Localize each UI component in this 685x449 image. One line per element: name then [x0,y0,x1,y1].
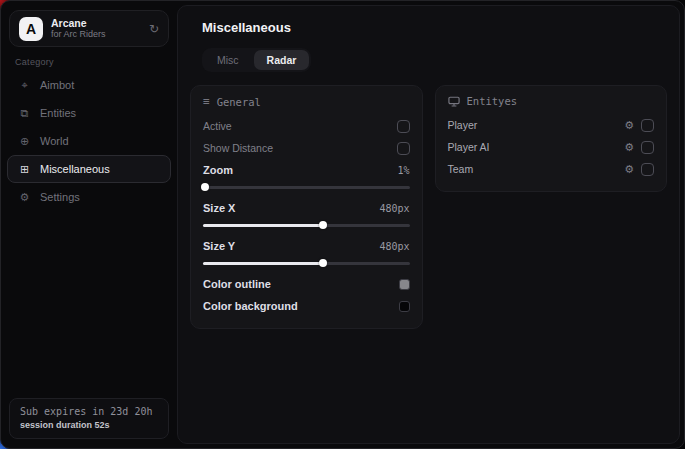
zoom-label: Zoom [203,164,233,176]
zoom-value: 1% [397,165,409,176]
gear-icon: ⚙ [18,191,31,204]
player-ai-row: Player AI ⚙ [448,136,655,158]
team-checkbox[interactable] [641,163,654,176]
sub-expiry-text: Sub expires in 23d 20h [20,406,158,417]
player-ai-label: Player AI [448,141,625,153]
show-distance-label: Show Distance [203,142,273,154]
sidebar-item-entities[interactable]: ⧉ Entities [7,99,171,127]
sliders-icon: ≡ [203,95,210,108]
page-title: Miscellaneous [202,20,667,35]
sidebar-item-label: Miscellaneous [40,163,110,175]
main-content: Miscellaneous Misc Radar ≡ General Activ… [177,5,680,444]
size-y-slider-thumb[interactable] [319,259,327,267]
color-outline-label: Color outline [203,278,271,290]
tab-misc[interactable]: Misc [204,50,252,70]
size-x-label: Size X [203,202,235,214]
size-y-row: Size Y 480px [203,235,410,257]
category-label: Category [15,57,54,67]
brand-card: A Arcane for Arc Riders ↻ [9,10,169,47]
size-y-slider[interactable] [203,258,410,268]
crosshair-icon: ⌖ [18,79,31,92]
brand-name: Arcane [51,17,141,29]
size-y-label: Size Y [203,240,235,252]
size-y-value: 480px [379,241,409,252]
player-ai-gear-icon[interactable]: ⚙ [624,141,634,154]
brand-subtitle: for Arc Riders [51,29,141,39]
color-background-label: Color background [203,300,298,312]
color-outline-row: Color outline [203,273,410,295]
sidebar-nav: ⌖ Aimbot ⧉ Entities ⊕ World ⊞ Miscellane… [7,71,171,211]
size-x-value: 480px [379,203,409,214]
entities-panel: Entityes Player ⚙ Player AI ⚙ Team [435,85,668,192]
color-outline-swatch[interactable] [399,279,410,290]
player-ai-checkbox[interactable] [641,141,654,154]
team-gear-icon[interactable]: ⚙ [624,163,634,176]
monitor-icon [448,96,460,107]
sidebar-item-label: Settings [40,191,80,203]
color-background-row: Color background [203,295,410,317]
desktop-background: A Arcane for Arc Riders ↻ Category ⌖ Aim… [0,0,685,449]
active-checkbox[interactable] [397,120,410,133]
zoom-slider-thumb[interactable] [201,183,209,191]
panels-row: ≡ General Active Show Distance Zoom 1% [190,85,667,329]
size-x-slider-thumb[interactable] [319,221,327,229]
tab-radar[interactable]: Radar [254,50,310,70]
entities-icon: ⧉ [18,107,31,120]
subscription-card: Sub expires in 23d 20h session duration … [9,398,169,439]
sidebar-item-label: Entities [40,107,76,119]
active-row: Active [203,115,410,137]
brand-logo: A [19,17,43,41]
player-label: Player [448,119,625,131]
player-row: Player ⚙ [448,114,655,136]
entities-panel-title: Entityes [467,95,518,107]
general-panel: ≡ General Active Show Distance Zoom 1% [190,85,423,329]
show-distance-checkbox[interactable] [397,142,410,155]
app-window: A Arcane for Arc Riders ↻ Category ⌖ Aim… [0,0,685,449]
sidebar-item-miscellaneous[interactable]: ⊞ Miscellaneous [7,155,171,183]
color-background-swatch[interactable] [399,301,410,312]
zoom-slider[interactable] [203,182,410,192]
sidebar: A Arcane for Arc Riders ↻ Category ⌖ Aim… [1,1,177,448]
grid-icon: ⊞ [18,163,31,176]
sidebar-item-aimbot[interactable]: ⌖ Aimbot [7,71,171,99]
sidebar-item-world[interactable]: ⊕ World [7,127,171,155]
player-gear-icon[interactable]: ⚙ [624,119,634,132]
team-row: Team ⚙ [448,158,655,180]
sidebar-item-label: World [40,135,69,147]
size-x-slider[interactable] [203,220,410,230]
team-label: Team [448,163,625,175]
sidebar-item-settings[interactable]: ⚙ Settings [7,183,171,211]
sidebar-item-label: Aimbot [40,79,74,91]
refresh-icon[interactable]: ↻ [149,22,159,36]
general-panel-title: General [217,96,261,108]
size-x-row: Size X 480px [203,197,410,219]
active-label: Active [203,120,232,132]
zoom-row: Zoom 1% [203,159,410,181]
session-duration-text: session duration 52s [20,420,158,430]
show-distance-row: Show Distance [203,137,410,159]
player-checkbox[interactable] [641,119,654,132]
tab-bar: Misc Radar [202,48,311,72]
globe-icon: ⊕ [18,135,31,148]
